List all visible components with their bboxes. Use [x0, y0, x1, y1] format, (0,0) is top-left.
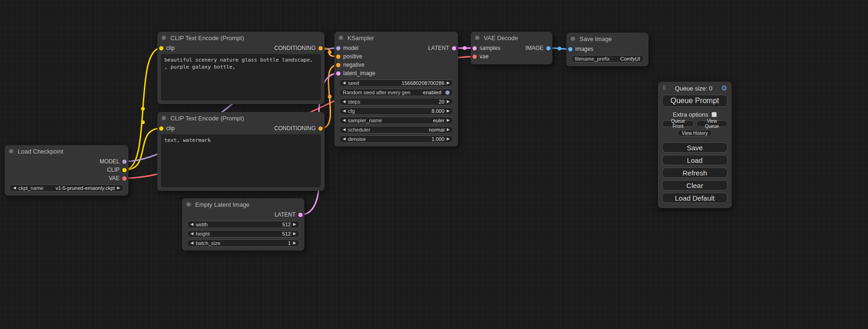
collapse-dot-icon[interactable] [475, 35, 480, 40]
collapse-dot-icon[interactable] [339, 35, 343, 40]
widget-ckpt-name[interactable]: ◀ ckpt_name v1-5-pruned-emaonly.ckpt ▶ [9, 184, 124, 192]
view-history-button[interactable]: View History [677, 130, 712, 136]
input-port-vae: vae [471, 52, 552, 61]
node-vae-decode[interactable]: VAE Decode samples IMAGE vae [471, 32, 552, 64]
widget-sampler-name[interactable]: ◀ sampler_name euler ▶ [339, 117, 453, 124]
drag-handle-icon[interactable]: ⠿ [662, 85, 666, 91]
right-arrow-icon[interactable]: ▶ [293, 232, 296, 236]
clip-input-dot[interactable] [159, 46, 163, 50]
left-arrow-icon[interactable]: ◀ [191, 223, 193, 226]
right-arrow-icon[interactable]: ▶ [293, 223, 296, 226]
right-arrow-icon[interactable]: ▶ [447, 119, 450, 122]
left-arrow-icon[interactable]: ◀ [343, 137, 346, 141]
clip-input-dot[interactable] [159, 126, 163, 131]
extra-options-checkbox[interactable] [712, 112, 717, 117]
link-midpoint-dot [328, 95, 332, 98]
right-arrow-icon[interactable]: ▶ [447, 100, 450, 104]
node-header[interactable]: Save Image [566, 33, 649, 45]
left-arrow-icon[interactable]: ◀ [343, 119, 346, 122]
node-save-image[interactable]: Save Image images filename_prefix ComfyU… [566, 33, 649, 66]
right-arrow-icon[interactable]: ▶ [293, 241, 296, 245]
prompt-textarea[interactable]: text, watermark [161, 134, 321, 187]
negative-input-dot[interactable] [336, 63, 340, 67]
prompt-textarea[interactable]: beautiful scenery nature glass bottle la… [161, 54, 321, 100]
right-arrow-icon[interactable]: ▶ [447, 109, 450, 113]
image-output-dot[interactable] [546, 46, 550, 50]
node-ksampler[interactable]: KSampler model LATENT positive negative … [334, 32, 458, 147]
widget-steps[interactable]: ◀ steps 20 ▶ [339, 98, 453, 105]
port-row-clip-conditioning: clip CONDITIONING [157, 44, 325, 52]
settings-gear-icon[interactable]: ⚙ [721, 84, 727, 92]
widget-scheduler[interactable]: ◀ scheduler normal ▶ [339, 126, 453, 133]
queue-prompt-button[interactable]: Queue Prompt [662, 95, 727, 107]
node-header[interactable]: Empty Latent Image [182, 198, 304, 210]
node-header[interactable]: CLIP Text Encode (Prompt) [157, 32, 325, 44]
conditioning-output-dot[interactable] [318, 126, 323, 131]
model-input-dot[interactable] [336, 46, 340, 50]
link-midpoint-dot [141, 120, 145, 124]
left-arrow-icon[interactable]: ◀ [191, 241, 193, 245]
collapse-dot-icon[interactable] [571, 36, 575, 41]
vae-output-dot[interactable] [122, 176, 127, 181]
vae-input-dot[interactable] [473, 55, 477, 59]
widget-filename-prefix[interactable]: filename_prefix ComfyUI [571, 55, 644, 63]
widget-batch-size[interactable]: ◀ batch_size 1 ▶ [187, 239, 300, 247]
graph-canvas[interactable]: Load Checkpoint MODEL CLIP VAE ◀ ckpt_na… [0, 0, 868, 329]
left-arrow-icon[interactable]: ◀ [343, 128, 346, 132]
link-midpoint-dot [328, 50, 332, 54]
node-empty-latent-image[interactable]: Empty Latent Image LATENT ◀ width 512 ▶ … [182, 198, 304, 251]
clear-button[interactable]: Clear [662, 180, 727, 190]
node-header[interactable]: KSampler [334, 32, 458, 44]
collapse-dot-icon[interactable] [162, 116, 166, 120]
right-arrow-icon[interactable]: ▶ [447, 128, 450, 132]
load-button[interactable]: Load [662, 155, 727, 165]
load-default-button[interactable]: Load Default [662, 193, 727, 203]
latent-image-input-dot[interactable] [336, 71, 340, 76]
clip-output-dot[interactable] [122, 168, 127, 172]
model-output-dot[interactable] [122, 160, 127, 164]
right-arrow-icon[interactable]: ▶ [117, 186, 120, 190]
left-arrow-icon[interactable]: ◀ [343, 100, 346, 104]
node-title: CLIP Text Encode (Prompt) [170, 35, 244, 42]
node-title: KSampler [347, 35, 374, 42]
positive-input-dot[interactable] [336, 55, 340, 59]
latent-output-dot[interactable] [452, 46, 456, 50]
widget-cfg[interactable]: ◀ cfg 8.000 ▶ [339, 107, 453, 115]
conditioning-output-dot[interactable] [318, 46, 323, 50]
widget-random-seed-toggle[interactable]: Random seed after every gen enabled [339, 89, 453, 96]
widget-width[interactable]: ◀ width 512 ▶ [187, 221, 300, 228]
node-clip-text-encode-positive[interactable]: CLIP Text Encode (Prompt) clip CONDITION… [157, 32, 325, 104]
node-clip-text-encode-negative[interactable]: CLIP Text Encode (Prompt) clip CONDITION… [157, 112, 325, 191]
node-header[interactable]: Load Checkpoint [5, 145, 128, 157]
input-port-images: images [566, 45, 649, 53]
left-arrow-icon[interactable]: ◀ [13, 186, 16, 190]
view-queue-button[interactable]: View Queue [696, 120, 727, 127]
node-load-checkpoint[interactable]: Load Checkpoint MODEL CLIP VAE ◀ ckpt_na… [5, 145, 128, 196]
left-arrow-icon[interactable]: ◀ [343, 109, 346, 113]
widget-denoise[interactable]: ◀ denoise 1.000 ▶ [339, 135, 453, 143]
widget-height[interactable]: ◀ height 512 ▶ [187, 230, 300, 238]
save-button[interactable]: Save [662, 142, 727, 153]
right-arrow-icon[interactable]: ▶ [447, 81, 450, 85]
wire-clip-to-negative-encode [125, 128, 161, 170]
collapse-dot-icon[interactable] [9, 149, 14, 154]
collapse-dot-icon[interactable] [186, 202, 191, 207]
node-header[interactable]: VAE Decode [471, 32, 552, 44]
node-header[interactable]: CLIP Text Encode (Prompt) [157, 112, 325, 124]
samples-input-dot[interactable] [473, 46, 477, 50]
queue-front-button[interactable]: Queue Front [662, 120, 694, 127]
queue-menu-panel: ⠿ Queue size: 0 ⚙ Queue Prompt Extra opt… [658, 82, 732, 208]
images-input-dot[interactable] [568, 47, 572, 51]
refresh-button[interactable]: Refresh [662, 168, 727, 178]
widget-seed[interactable]: ◀ seed 156680208700286 ▶ [339, 79, 453, 87]
link-midpoint-dot [141, 107, 145, 111]
extra-options-label: Extra options [673, 111, 708, 118]
output-port-model: MODEL [5, 157, 128, 166]
output-port-vae: VAE [5, 174, 128, 182]
toggle-knob[interactable] [445, 91, 450, 95]
collapse-dot-icon[interactable] [162, 35, 166, 40]
latent-output-dot[interactable] [298, 213, 303, 217]
right-arrow-icon[interactable]: ▶ [447, 137, 450, 141]
left-arrow-icon[interactable]: ◀ [191, 232, 193, 236]
left-arrow-icon[interactable]: ◀ [343, 81, 346, 85]
